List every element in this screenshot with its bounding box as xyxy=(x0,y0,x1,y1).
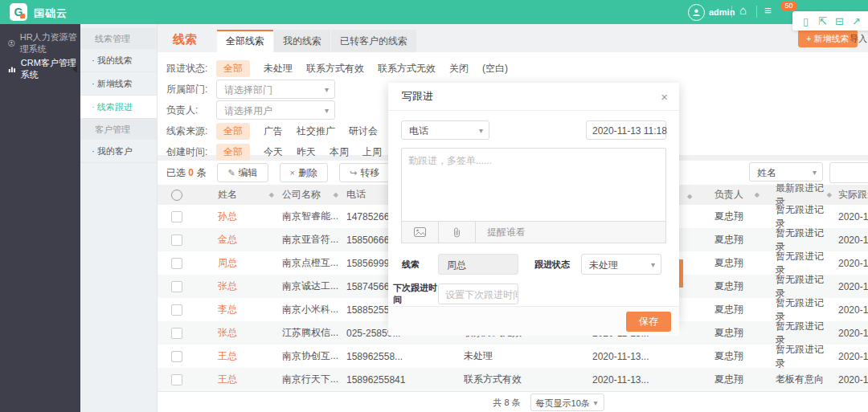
menu-icon[interactable]: ≡ xyxy=(764,3,772,17)
cell-created: 2020-11-13... xyxy=(579,374,678,385)
search-field-select[interactable]: 姓名 ▾ xyxy=(749,162,823,182)
chevron-down-icon: ▾ xyxy=(594,394,598,411)
sidebar-item-lead-followup[interactable]: ·线索跟进 xyxy=(80,96,157,119)
brand-name: 国础云 xyxy=(34,6,68,21)
row-checkbox[interactable] xyxy=(171,235,182,246)
bar-chart-icon xyxy=(8,64,16,74)
home-icon[interactable]: ⌂ xyxy=(739,3,747,17)
sidebar-item-new-lead[interactable]: ·新增线索 xyxy=(80,72,157,96)
close-icon[interactable]: × xyxy=(661,90,668,104)
insert-image-button[interactable] xyxy=(402,222,439,243)
col-header-name: 姓名 xyxy=(218,188,237,202)
filter-option[interactable]: 研讨会 xyxy=(349,124,378,138)
cell-phone: 15896255841 xyxy=(346,374,449,385)
row-checkbox[interactable] xyxy=(171,374,182,385)
save-button[interactable]: 保存 xyxy=(626,312,671,332)
import-button[interactable]: 导入 ▾ xyxy=(850,33,868,45)
nav-label: 新增线索 xyxy=(97,79,133,88)
add-lead-button[interactable]: + 新增线索 xyxy=(798,30,858,47)
table-row[interactable]: 王总 南京协创互... 158962558... 未处理 2020-11-13.… xyxy=(157,345,868,368)
lead-name-link[interactable]: 李总 xyxy=(218,303,237,316)
selected-count-number: 0 xyxy=(188,167,194,178)
save-icon[interactable]: ⊟ xyxy=(831,15,848,27)
filter-option[interactable]: 本周 xyxy=(330,145,349,159)
sidebar-item-my-customers[interactable]: ·我的客户 xyxy=(80,140,157,163)
transfer-button[interactable]: ↪转移 xyxy=(339,163,390,182)
filter-option[interactable]: 社交推广 xyxy=(297,124,335,138)
page-header: 线索 全部线索 我的线索 已转客户的线索 + 新增线索 导入 ▾ xyxy=(157,24,868,52)
followup-datetime-input[interactable]: 2020-11-13 11:18 xyxy=(586,120,666,140)
followup-content-textarea[interactable]: 勤跟进，多签单...... xyxy=(401,148,666,222)
lead-name-link[interactable]: 孙总 xyxy=(218,210,237,223)
followup-type-select[interactable]: 电话 ▾ xyxy=(401,120,489,140)
filter-option[interactable]: 昨天 xyxy=(297,145,316,159)
attach-file-button[interactable] xyxy=(439,222,476,243)
cell-status: 联系方式有效 xyxy=(449,373,579,386)
filter-option[interactable]: 今天 xyxy=(264,145,283,159)
select-placeholder: 请选择部门 xyxy=(224,84,272,96)
mobile-icon[interactable]: ▯ xyxy=(797,15,814,27)
search-input[interactable] xyxy=(829,162,868,183)
modal-footer: 保存 xyxy=(388,306,679,336)
edit-label: 编辑 xyxy=(239,167,258,178)
select-all-radio[interactable] xyxy=(171,190,182,201)
lead-name-link[interactable]: 金总 xyxy=(218,233,237,247)
lead-name-link[interactable]: 张总 xyxy=(218,326,237,340)
sort-icon[interactable]: ◆ xyxy=(687,193,692,200)
nav-group-lead-mgmt: 线索管理 xyxy=(80,28,157,49)
tab-converted-leads[interactable]: 已转客户的线索 xyxy=(331,30,416,52)
cell-actual: 2020-11-13 xyxy=(832,211,868,222)
row-checkbox[interactable] xyxy=(171,351,182,362)
lead-field-label: 线索 xyxy=(393,259,438,271)
filter-option-selected[interactable]: 全部 xyxy=(216,60,250,77)
cell-phone: 158962558... xyxy=(346,351,449,362)
followup-status-select[interactable]: 未处理 ▾ xyxy=(581,254,661,275)
settings-gear-icon[interactable]: ⚙ xyxy=(865,15,868,27)
department-select[interactable]: 请选择部门 ▾ xyxy=(216,80,335,99)
filter-option[interactable]: 未处理 xyxy=(264,62,293,75)
table-row[interactable]: 王总 南京行天下... 15896255841 联系方式有效 2020-11-1… xyxy=(157,368,868,391)
remind-who-button[interactable]: 提醒谁看 xyxy=(476,226,526,239)
tab-my-leads[interactable]: 我的线索 xyxy=(274,30,330,52)
page-title: 线索 xyxy=(173,32,197,47)
sort-icon[interactable]: ◆ xyxy=(755,191,760,198)
sidebar-item-hr-system[interactable]: HR人力资源管理系统 xyxy=(0,31,80,56)
chevron-down-icon: ▾ xyxy=(325,80,329,99)
filter-option[interactable]: 关闭 xyxy=(449,62,469,75)
sidebar-item-my-leads[interactable]: ·我的线索 xyxy=(80,49,157,72)
lead-name-link[interactable]: 王总 xyxy=(218,373,237,386)
owner-select[interactable]: 请选择用户 ▾ xyxy=(216,100,335,120)
page-size-select[interactable]: 每页显示10条 ▾ xyxy=(530,394,604,411)
app-window: G 国础云 admin ⌂ ≡ ▯ ⇱ ⊟ ↗ ⚙ 50 HR人力资源管理系统 xyxy=(0,0,868,412)
chevron-down-icon: ▾ xyxy=(325,101,329,120)
lead-name-link[interactable]: 王总 xyxy=(218,349,237,363)
filter-label: 所属部门: xyxy=(166,83,216,96)
filter-option-selected[interactable]: 全部 xyxy=(216,144,250,161)
next-time-input[interactable]: 设置下次跟进时间 xyxy=(438,284,518,304)
cell-owner: 夏忠翔 xyxy=(714,373,743,386)
delete-button[interactable]: ×删除 xyxy=(280,163,328,182)
row-checkbox[interactable] xyxy=(171,304,182,316)
user-avatar[interactable] xyxy=(688,4,705,21)
topbar-divider xyxy=(731,6,732,18)
lead-name-link[interactable]: 张总 xyxy=(218,279,237,293)
col-header-actual: 实际跟进 xyxy=(832,188,868,202)
filter-option[interactable]: 联系方式无效 xyxy=(378,62,436,75)
filter-option[interactable]: (空白) xyxy=(482,62,508,75)
sort-icon[interactable]: ◆ xyxy=(269,191,274,198)
row-checkbox[interactable] xyxy=(171,328,182,339)
row-checkbox[interactable] xyxy=(171,281,182,292)
lead-name-link[interactable]: 周总 xyxy=(218,256,237,270)
row-checkbox[interactable] xyxy=(171,258,182,269)
share-icon[interactable]: ↗ xyxy=(848,15,865,27)
tab-all-leads[interactable]: 全部线索 xyxy=(217,30,273,52)
filter-option[interactable]: 上周 xyxy=(362,145,382,159)
filter-option-selected[interactable]: 全部 xyxy=(216,123,250,140)
sort-icon[interactable]: ◆ xyxy=(334,191,338,198)
fullscreen-icon[interactable]: ⇱ xyxy=(814,15,831,27)
filter-option[interactable]: 广告 xyxy=(264,124,283,138)
row-checkbox[interactable] xyxy=(171,211,182,222)
edit-button[interactable]: ✎编辑 xyxy=(217,163,268,182)
filter-option[interactable]: 联系方式有效 xyxy=(306,62,364,75)
sidebar-item-crm-system[interactable]: CRM客户管理系统 xyxy=(0,56,80,82)
